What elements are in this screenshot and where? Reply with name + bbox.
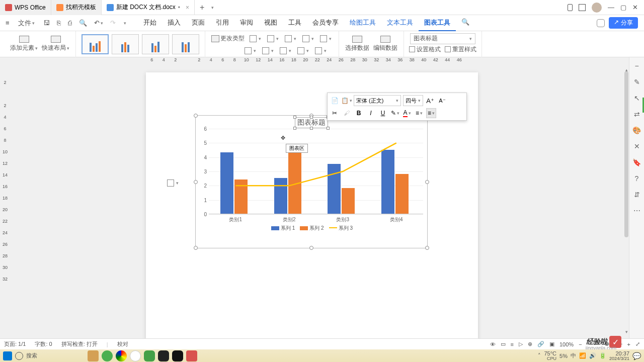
vertical-ruler[interactable]: 22468101214161820222426283032 — [0, 68, 10, 344]
undo-icon[interactable]: ↶▾ — [92, 18, 106, 28]
font-dropdown[interactable]: 宋体 (正文)▾ — [354, 95, 401, 106]
taskbar-app-7[interactable] — [172, 350, 183, 361]
pencil-icon[interactable]: ✎ — [632, 77, 641, 86]
highlight-button[interactable]: ✎▾ — [390, 108, 400, 118]
minimize-icon[interactable]: — — [608, 4, 614, 11]
tab-start[interactable]: 开始 — [138, 15, 162, 31]
shuffle-icon[interactable]: ⇵ — [632, 190, 641, 199]
resize-handle-br[interactable] — [425, 246, 429, 250]
app-tab[interactable]: WPS Office — [0, 0, 51, 15]
wrench-icon[interactable]: ✕ — [632, 142, 641, 151]
fit-icon[interactable]: ▣ — [549, 341, 554, 347]
axis-button[interactable]: ▾ — [247, 33, 264, 44]
tab-member[interactable]: 会员专享 — [307, 15, 344, 31]
legend-button[interactable]: ▾ — [242, 45, 259, 56]
tray-volume-icon[interactable]: 🔊 — [589, 352, 596, 359]
tray-expand-icon[interactable]: ˄ — [538, 352, 541, 359]
more-icon[interactable]: ⋯ — [632, 206, 641, 215]
copy-icon[interactable]: 📄 — [330, 96, 340, 106]
line-spacing-button[interactable]: ≡▾ — [414, 108, 424, 118]
taskbar-search-icon[interactable] — [15, 352, 23, 360]
tray-wifi-icon[interactable]: 📶 — [579, 352, 586, 359]
link-icon[interactable]: 🔗 — [537, 341, 544, 347]
select-data-button[interactable]: 选择数据 — [343, 36, 371, 52]
search-icon[interactable]: 🔍 — [456, 15, 475, 31]
align-button[interactable]: ≡▾ — [426, 108, 436, 118]
chart-style-1[interactable] — [82, 34, 109, 54]
scrollbar-thumb[interactable] — [624, 71, 628, 237]
label-button[interactable]: ▾ — [259, 45, 277, 56]
notification-icon[interactable] — [597, 19, 605, 27]
print-icon[interactable]: ⎙ — [65, 18, 74, 28]
tray-lang-icon[interactable]: 中 — [571, 352, 576, 359]
resize-handle-rc[interactable] — [425, 180, 429, 184]
tab-chart-tools[interactable]: 图表工具 — [419, 15, 456, 31]
legend-series-3[interactable]: 系列 3 — [329, 225, 353, 232]
reading-view-icon[interactable]: ▷ — [519, 341, 523, 347]
other-button[interactable]: ▾ — [312, 45, 330, 56]
redo-dd-icon[interactable]: ▾ — [120, 19, 129, 27]
page-view-icon[interactable]: ▭ — [501, 341, 506, 347]
resize-handle-tl[interactable] — [194, 114, 198, 118]
user-avatar[interactable] — [592, 3, 602, 13]
spell-check-status[interactable]: 拼写检查: 打开 — [61, 340, 98, 348]
tab-insert[interactable]: 插入 — [162, 15, 186, 31]
tab-drawing-tools[interactable]: 绘图工具 — [344, 15, 381, 31]
grow-font-icon[interactable]: A⁺ — [425, 96, 435, 106]
proofing-status[interactable]: 校对 — [117, 340, 128, 348]
legend-series-2[interactable]: 系列 2 — [300, 225, 324, 232]
paste-icon[interactable]: 📋▾ — [342, 96, 352, 106]
font-color-button[interactable]: A▾ — [402, 108, 412, 118]
palette-icon[interactable]: 🎨 — [632, 126, 641, 135]
zoom-in-icon[interactable]: + — [627, 341, 630, 347]
underline-button[interactable]: U — [378, 108, 388, 118]
taskbar-app-3[interactable] — [116, 350, 127, 361]
layout-handle[interactable]: ▾ — [167, 179, 179, 187]
tab-page[interactable]: 页面 — [186, 15, 210, 31]
document-tab[interactable]: 新建 DOCX 文档.docx • × — [102, 0, 195, 15]
taskbar-app-1[interactable] — [88, 350, 99, 361]
cut-icon[interactable]: ✂ — [330, 108, 340, 118]
legend-series-1[interactable]: 系列 1 — [271, 225, 295, 232]
horizontal-ruler[interactable]: 6422468101214161820222426283032343638404… — [10, 57, 629, 68]
word-count[interactable]: 字数: 0 — [35, 340, 52, 348]
format-painter-icon[interactable]: 🖌 — [342, 108, 352, 118]
save-icon[interactable]: 🖫 — [41, 18, 52, 28]
bars-button[interactable]: ▾ — [264, 33, 282, 44]
scroll-down-icon[interactable]: ▾ — [624, 329, 629, 334]
start-button[interactable] — [3, 351, 12, 360]
element-selector-dropdown[interactable]: 图表标题▾ — [410, 33, 475, 44]
print-preview-icon[interactable]: 🔍 — [76, 18, 90, 28]
new-tab-button[interactable]: + — [195, 3, 209, 12]
minus-icon[interactable]: − — [632, 61, 641, 70]
bold-button[interactable]: B — [354, 108, 364, 118]
hamburger-icon[interactable]: ≡ — [3, 18, 12, 28]
fullscreen-icon[interactable]: ⤢ — [635, 341, 640, 347]
reset-style-button[interactable]: 重置样式 — [445, 45, 476, 54]
error-button[interactable]: ▾ — [294, 45, 312, 56]
resize-handle-bc[interactable] — [309, 246, 313, 250]
zoom-level[interactable]: 100% — [559, 341, 574, 347]
tray-notification-icon[interactable]: 💬 — [632, 352, 641, 360]
taskbar-app-8[interactable] — [186, 350, 197, 361]
tab-tools[interactable]: 工具 — [283, 15, 307, 31]
tray-time[interactable]: 20:37 — [609, 351, 629, 356]
cursor-icon[interactable]: ↖ — [632, 94, 641, 103]
export-icon[interactable]: ⎘ — [54, 18, 63, 28]
redo-icon[interactable]: ↷ — [108, 18, 118, 28]
chart-object[interactable]: 图表标题 0123456 类别1类别2类别3类别4 系列 1 系列 2 系列 3 — [195, 115, 428, 248]
font-size-dropdown[interactable]: 四号▾ — [403, 95, 423, 106]
chart-legend[interactable]: 系列 1 系列 2 系列 3 — [199, 225, 425, 232]
eye-icon[interactable]: 👁 — [490, 341, 496, 347]
tab-reference[interactable]: 引用 — [210, 15, 234, 31]
trend-button[interactable]: ▾ — [277, 45, 294, 56]
taskbar-app-6[interactable] — [158, 350, 169, 361]
chart-title[interactable]: 图表标题 — [295, 117, 328, 128]
template-tab[interactable]: 找稻壳模板 — [51, 0, 102, 15]
document-page[interactable]: ▾ 图表标题 0123456 类别1类别2类别3类别4 — [146, 72, 478, 354]
taskbar-app-5[interactable] — [144, 350, 155, 361]
set-format-button[interactable]: 设置格式 — [409, 45, 441, 54]
close-window-icon[interactable]: ✕ — [632, 4, 638, 11]
tabs-dropdown-icon[interactable]: ▾ — [211, 5, 214, 10]
change-type-button[interactable]: 更改类型 — [209, 33, 247, 44]
